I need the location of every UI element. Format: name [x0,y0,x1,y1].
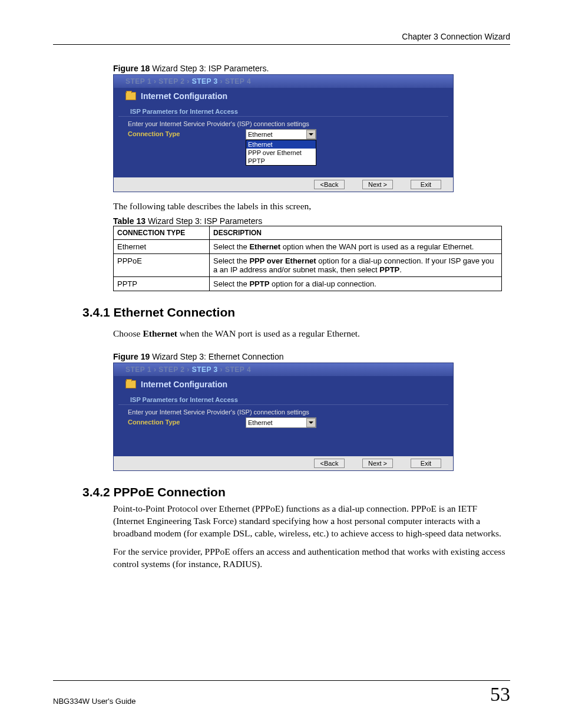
section-341-para: Choose Ethernet when the WAN port is use… [113,328,510,340]
next-button[interactable]: Next > [362,180,393,189]
wizard-title: Internet Configuration [114,88,453,102]
cell-ethernet: Ethernet [114,239,210,253]
table13: CONNECTION TYPE DESCRIPTION Ethernet Sel… [113,226,502,291]
chapter-header: Chapter 3 Connection Wizard [53,32,510,45]
step1: STEP 1 [125,365,151,374]
figure19-caption: Figure 19 Wizard Step 3: Ethernet Connec… [113,352,510,361]
wizard-subtitle: ISP Parameters for Internet Access [118,390,448,405]
connection-type-dropdown[interactable]: Ethernet [246,417,316,428]
figure18-text: Wizard Step 3: ISP Parameters. [150,64,269,73]
wizard-body: Enter your Internet Service Provider's (… [114,117,453,177]
th-description: DESCRIPTION [210,226,502,239]
figure19-text: Wizard Step 3: Ethernet Connection [150,352,283,361]
page-footer: NBG334W User's Guide 53 [53,680,510,706]
paragraph-1: The following table describes the labels… [113,200,510,213]
wizard1-screenshot: STEP 1 › STEP 2 › STEP 3 › STEP 4 Intern… [113,74,454,192]
exit-button[interactable]: Exit [411,180,441,189]
wizard-footer: <Back Next > Exit [114,177,453,192]
cell-pppoe: PPPoE [114,253,210,276]
connection-type-dropdown[interactable]: Ethernet [246,129,316,140]
dropdown-opt-ethernet[interactable]: Ethernet [246,140,316,149]
step2: STEP 2 [158,365,184,374]
step3-active: STEP 3 [192,365,218,374]
wizard-instruction: Enter your Internet Service Provider's (… [128,120,439,127]
step4: STEP 4 [225,365,251,374]
connection-type-label: Connection Type [128,129,246,137]
wizard2-screenshot: STEP 1 › STEP 2 › STEP 3 › STEP 4 Intern… [113,363,454,471]
section-342-para1: Point-to-Point Protocol over Ethernet (P… [113,503,510,540]
wizard-subtitle: ISP Parameters for Internet Access [118,102,448,117]
th-connection-type: CONNECTION TYPE [114,226,210,239]
back-button[interactable]: <Back [314,459,345,468]
dropdown-list[interactable]: Ethernet PPP over Ethernet PPTP [246,140,316,166]
chevron-down-icon[interactable] [306,418,316,427]
section-341-heading: 3.4.1 Ethernet Connection [82,305,510,319]
section-342-heading: 3.4.2 PPPoE Connection [82,485,510,499]
dropdown-opt-pppoe[interactable]: PPP over Ethernet [246,149,316,157]
wizard-footer: <Back Next > Exit [114,456,453,470]
dropdown-opt-pptp[interactable]: PPTP [246,157,316,165]
figure19-label: Figure 19 [113,352,150,361]
connection-type-label: Connection Type [128,417,246,426]
cell-pppoe-desc: Select the PPP over Ethernet option for … [210,253,502,276]
section-342-para2: For the service provider, PPPoE offers a… [113,546,510,571]
table13-caption: Table 13 Wizard Step 3: ISP Parameters [113,216,510,226]
step2: STEP 2 [158,77,184,85]
back-button[interactable]: <Back [314,180,345,189]
table13-text: Wizard Step 3: ISP Parameters [146,216,262,226]
cell-ethernet-desc: Select the Ethernet option when the WAN … [210,239,502,253]
figure18-caption: Figure 18 Wizard Step 3: ISP Parameters. [113,64,510,73]
exit-button[interactable]: Exit [411,459,441,468]
cell-pptp-desc: Select the PPTP option for a dial-up con… [210,276,502,291]
table13-label: Table 13 [113,216,146,226]
chevron-down-icon[interactable] [306,130,316,139]
footer-page-number: 53 [490,683,510,706]
wizard-step-bar: STEP 1 › STEP 2 › STEP 3 › STEP 4 [114,75,453,88]
next-button[interactable]: Next > [362,459,393,468]
cell-pptp: PPTP [114,276,210,291]
wizard-step-bar: STEP 1 › STEP 2 › STEP 3 › STEP 4 [114,363,453,376]
wizard-title-text: Internet Configuration [141,380,227,389]
step4: STEP 4 [225,77,251,85]
figure18-label: Figure 18 [113,64,150,73]
dropdown-selected: Ethernet [248,131,273,138]
table-row: Ethernet Select the Ethernet option when… [114,239,502,253]
wizard-title-text: Internet Configuration [141,91,227,101]
wizard-body: Enter your Internet Service Provider's (… [114,405,453,456]
wizard-instruction: Enter your Internet Service Provider's (… [128,409,439,416]
table-row: PPPoE Select the PPP over Ethernet optio… [114,253,502,276]
step1: STEP 1 [125,77,151,85]
dropdown-selected: Ethernet [248,419,273,426]
folder-icon [125,92,136,100]
folder-icon [125,380,136,388]
table-row: PPTP Select the PPTP option for a dial-u… [114,276,502,291]
step3-active: STEP 3 [192,77,218,85]
wizard-title: Internet Configuration [114,376,453,390]
footer-guide: NBG334W User's Guide [53,697,135,706]
